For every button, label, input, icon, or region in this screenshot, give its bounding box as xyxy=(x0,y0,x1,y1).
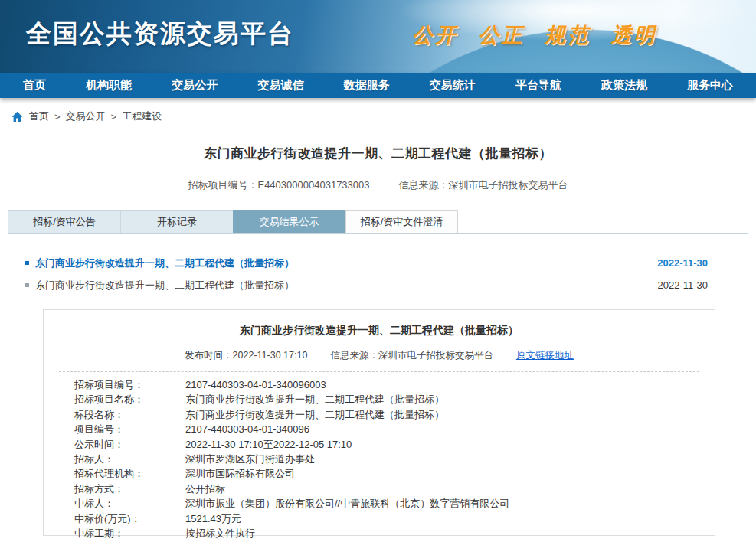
tab-document-clarification[interactable]: 招标/资审文件澄清 xyxy=(345,210,458,233)
nav-item-policies[interactable]: 政策法规 xyxy=(601,78,647,93)
info-source-label: 信息来源： xyxy=(399,179,449,191)
publish-time-label: 发布时间： xyxy=(185,350,233,361)
bullet-icon xyxy=(25,283,29,287)
original-link[interactable]: 原文链接地址 xyxy=(516,350,574,361)
field-label: 招标项目编号： xyxy=(74,377,185,392)
site-title: 全国公共资源交易平台 xyxy=(26,17,294,51)
field-value: 深圳市罗湖区东门街道办事处 xyxy=(185,452,715,466)
nav-item-trade-statistics[interactable]: 交易统计 xyxy=(430,78,476,93)
detail-meta: 发布时间：2022-11-30 17:10信息来源：深圳市电子招投标交易平台原文… xyxy=(44,349,715,362)
field-label: 招标人： xyxy=(74,452,185,466)
field-label: 中标价(万元)： xyxy=(74,511,185,526)
tab-bar: 招标/资审公告 开标记录 交易结果公示 招标/资审文件澄清 xyxy=(8,210,748,233)
breadcrumb-separator: > xyxy=(111,111,117,122)
field-row: 招标代理机构：深圳市国际招标有限公司 xyxy=(44,466,715,481)
list-item[interactable]: 东门商业步行街改造提升一期、二期工程代建（批量招标） 2022-11-30 xyxy=(8,274,748,296)
tab-trade-result[interactable]: 交易结果公示 xyxy=(233,210,345,233)
breadcrumb-item-home[interactable]: 首页 xyxy=(29,109,49,123)
field-label: 标段名称： xyxy=(74,407,185,422)
field-row: 中标工期：按招标文件执行 xyxy=(44,526,715,540)
breadcrumb-item-construction[interactable]: 工程建设 xyxy=(122,109,162,123)
field-row: 招标项目编号：2107-440303-04-01-340096003 xyxy=(44,377,715,392)
field-value: 东门商业步行街改造提升一期、二期工程代建（批量招标） xyxy=(185,392,715,406)
field-value: 深圳市振业（集团）股份有限公司//中青旅联科（北京）数字营销有限公司 xyxy=(185,496,715,511)
site-slogan: 公开 公正 规范 透明 xyxy=(412,21,657,49)
field-value: 公开招标 xyxy=(185,482,715,496)
list-item[interactable]: 东门商业步行街改造提升一期、二期工程代建（批量招标） 2022-11-30 xyxy=(8,252,748,274)
nav-item-service-center[interactable]: 服务中心 xyxy=(687,78,733,93)
site-banner: 全国公共资源交易平台 公开 公正 规范 透明 xyxy=(0,0,756,73)
field-row: 中标价(万元)：1521.43万元 xyxy=(44,511,715,526)
field-row: 招标项目名称：东门商业步行街改造提升一期、二期工程代建（批量招标） xyxy=(44,392,715,406)
field-row: 招标人：深圳市罗湖区东门街道办事处 xyxy=(44,452,715,466)
info-source: 深圳市电子招投标交易平台 xyxy=(449,179,568,191)
detail-source: 深圳市电子招投标交易平台 xyxy=(378,350,493,361)
field-value: 2107-440303-04-01-340096003 xyxy=(185,377,715,392)
field-value: 2022-11-30 17:10至2022-12-05 17:10 xyxy=(185,437,715,452)
content-panel: 东门商业步行街改造提升一期、二期工程代建（批量招标） 2022-11-30 东门… xyxy=(8,233,748,542)
nav-item-trade-disclosure[interactable]: 交易公开 xyxy=(172,78,218,93)
detail-fields: 招标项目编号：2107-440303-04-01-340096003 招标项目名… xyxy=(44,377,715,542)
field-value: 1521.43万元 xyxy=(185,511,715,526)
nav-item-home[interactable]: 首页 xyxy=(23,78,46,93)
project-number-label: 招标项目编号： xyxy=(188,179,257,191)
list-item-date: 2022-11-30 xyxy=(657,279,708,291)
field-label: 中标人： xyxy=(74,496,185,511)
breadcrumb-item-trade-disclosure[interactable]: 交易公开 xyxy=(66,109,106,123)
detail-title: 东门商业步行街改造提升一期、二期工程代建（批量招标） xyxy=(44,324,715,338)
field-value: 2107-440303-04-01-340096 xyxy=(185,422,715,436)
home-icon[interactable] xyxy=(11,111,23,122)
field-label: 招标代理机构： xyxy=(74,466,185,481)
breadcrumb-separator: > xyxy=(54,111,61,122)
main-nav: 首页 机构职能 交易公开 交易诚信 数据服务 交易统计 平台导航 政策法规 服务… xyxy=(0,73,756,98)
field-label: 中标工期： xyxy=(74,526,185,540)
list-item-title[interactable]: 东门商业步行街改造提升一期、二期工程代建（批量招标） xyxy=(35,256,294,270)
list-item-title[interactable]: 东门商业步行街改造提升一期、二期工程代建（批量招标） xyxy=(35,279,294,292)
breadcrumb: 首页 > 交易公开 > 工程建设 xyxy=(0,98,756,132)
bullet-icon xyxy=(25,261,29,265)
tab-bid-announcement[interactable]: 招标/资审公告 xyxy=(8,210,120,233)
field-row: 中标人：深圳市振业（集团）股份有限公司//中青旅联科（北京）数字营销有限公司 xyxy=(44,496,715,511)
list-item-date: 2022-11-30 xyxy=(657,257,708,269)
detail-box: 东门商业步行街改造提升一期、二期工程代建（批量招标） 发布时间：2022-11-… xyxy=(43,309,715,536)
tab-bid-opening-record[interactable]: 开标记录 xyxy=(120,210,233,233)
field-row: 公示时间：2022-11-30 17:10至2022-12-05 17:10 xyxy=(44,437,715,452)
field-label: 招标方式： xyxy=(74,482,185,496)
page-meta: 招标项目编号：E4403000004031733003信息来源：深圳市电子招投标… xyxy=(0,178,756,192)
detail-source-label: 信息来源： xyxy=(330,350,378,361)
dashed-divider xyxy=(59,371,699,372)
nav-item-data-services[interactable]: 数据服务 xyxy=(344,78,390,93)
project-number: E4403000004031733003 xyxy=(257,179,369,191)
field-label: 招标项目名称： xyxy=(74,392,185,406)
field-label: 项目编号： xyxy=(74,422,185,436)
field-label: 公示时间： xyxy=(74,437,185,452)
field-value: 东门商业步行街改造提升一期、二期工程代建（批量招标） xyxy=(185,407,715,422)
field-value: 深圳市国际招标有限公司 xyxy=(185,466,715,481)
field-value: 按招标文件执行 xyxy=(185,526,715,540)
nav-item-platform-guide[interactable]: 平台导航 xyxy=(515,78,561,93)
page-title: 东门商业步行街改造提升一期、二期工程代建（批量招标） xyxy=(0,145,756,162)
field-row: 招标方式：公开招标 xyxy=(44,482,715,496)
nav-item-functions[interactable]: 机构职能 xyxy=(86,78,132,93)
result-list: 东门商业步行街改造提升一期、二期工程代建（批量招标） 2022-11-30 东门… xyxy=(8,234,748,296)
field-row: 标段名称：东门商业步行街改造提升一期、二期工程代建（批量招标） xyxy=(44,407,715,422)
publish-time: 2022-11-30 17:10 xyxy=(233,350,308,361)
nav-item-trade-integrity[interactable]: 交易诚信 xyxy=(257,78,303,93)
field-row: 项目编号：2107-440303-04-01-340096 xyxy=(44,422,715,436)
